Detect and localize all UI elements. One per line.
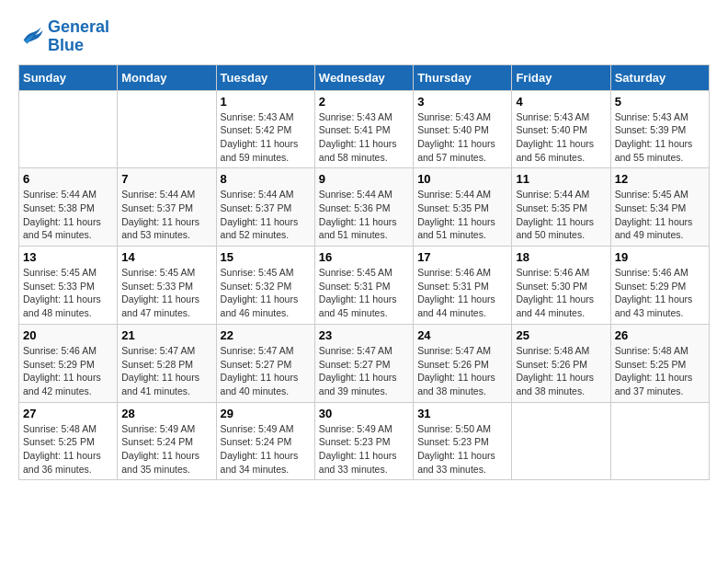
day-number: 29 bbox=[221, 407, 311, 420]
day-info: Sunrise: 5:48 AMSunset: 5:26 PMDaylight:… bbox=[516, 344, 606, 398]
day-number: 1 bbox=[221, 95, 311, 109]
day-info: Sunrise: 5:47 AMSunset: 5:27 PMDaylight:… bbox=[221, 344, 311, 398]
day-number: 6 bbox=[23, 172, 113, 186]
day-info: Sunrise: 5:47 AMSunset: 5:28 PMDaylight:… bbox=[121, 344, 211, 398]
page-header: General Blue bbox=[18, 18, 710, 55]
calendar-cell: 22Sunrise: 5:47 AMSunset: 5:27 PMDayligh… bbox=[216, 324, 314, 402]
day-number: 2 bbox=[319, 95, 409, 109]
calendar-table: SundayMondayTuesdayWednesdayThursdayFrid… bbox=[18, 64, 710, 481]
day-info: Sunrise: 5:43 AMSunset: 5:39 PMDaylight:… bbox=[615, 110, 705, 165]
day-number: 24 bbox=[417, 328, 507, 342]
day-info: Sunrise: 5:44 AMSunset: 5:37 PMDaylight:… bbox=[221, 188, 311, 242]
calendar-cell: 29Sunrise: 5:49 AMSunset: 5:24 PMDayligh… bbox=[216, 402, 314, 480]
day-info: Sunrise: 5:46 AMSunset: 5:29 PMDaylight:… bbox=[23, 344, 113, 398]
calendar-cell bbox=[19, 90, 118, 168]
day-number: 16 bbox=[319, 250, 409, 264]
calendar-cell: 14Sunrise: 5:45 AMSunset: 5:33 PMDayligh… bbox=[118, 247, 216, 325]
calendar-cell: 4Sunrise: 5:43 AMSunset: 5:40 PMDaylight… bbox=[512, 90, 610, 168]
calendar-cell bbox=[610, 402, 709, 480]
day-number: 26 bbox=[615, 328, 705, 342]
calendar-cell: 20Sunrise: 5:46 AMSunset: 5:29 PMDayligh… bbox=[19, 324, 118, 402]
day-info: Sunrise: 5:48 AMSunset: 5:25 PMDaylight:… bbox=[23, 422, 113, 477]
calendar-cell: 26Sunrise: 5:48 AMSunset: 5:25 PMDayligh… bbox=[610, 324, 709, 402]
day-info: Sunrise: 5:43 AMSunset: 5:41 PMDaylight:… bbox=[319, 110, 409, 165]
day-info: Sunrise: 5:44 AMSunset: 5:38 PMDaylight:… bbox=[23, 188, 113, 242]
day-number: 18 bbox=[516, 250, 606, 264]
day-number: 23 bbox=[319, 328, 409, 342]
day-number: 4 bbox=[516, 95, 606, 109]
day-info: Sunrise: 5:50 AMSunset: 5:23 PMDaylight:… bbox=[417, 422, 507, 477]
calendar-cell: 31Sunrise: 5:50 AMSunset: 5:23 PMDayligh… bbox=[414, 402, 512, 480]
day-info: Sunrise: 5:47 AMSunset: 5:27 PMDaylight:… bbox=[319, 344, 409, 398]
calendar-cell bbox=[512, 402, 610, 480]
calendar-cell: 28Sunrise: 5:49 AMSunset: 5:24 PMDayligh… bbox=[118, 402, 216, 480]
calendar-cell: 10Sunrise: 5:44 AMSunset: 5:35 PMDayligh… bbox=[414, 168, 512, 247]
calendar-header-row: SundayMondayTuesdayWednesdayThursdayFrid… bbox=[19, 64, 710, 90]
calendar-cell: 23Sunrise: 5:47 AMSunset: 5:27 PMDayligh… bbox=[314, 324, 413, 402]
calendar-cell: 24Sunrise: 5:47 AMSunset: 5:26 PMDayligh… bbox=[414, 324, 512, 402]
day-number: 5 bbox=[615, 95, 705, 109]
day-number: 20 bbox=[23, 328, 113, 342]
day-number: 11 bbox=[516, 172, 606, 186]
logo: General Blue bbox=[18, 18, 109, 55]
calendar-cell: 27Sunrise: 5:48 AMSunset: 5:25 PMDayligh… bbox=[19, 402, 118, 480]
day-of-week-header: Wednesday bbox=[314, 64, 413, 90]
calendar-cell: 25Sunrise: 5:48 AMSunset: 5:26 PMDayligh… bbox=[512, 324, 610, 402]
day-of-week-header: Saturday bbox=[610, 64, 709, 90]
day-number: 28 bbox=[121, 407, 211, 420]
calendar-cell: 19Sunrise: 5:46 AMSunset: 5:29 PMDayligh… bbox=[610, 247, 709, 325]
calendar-week-row: 27Sunrise: 5:48 AMSunset: 5:25 PMDayligh… bbox=[19, 402, 710, 480]
calendar-cell: 7Sunrise: 5:44 AMSunset: 5:37 PMDaylight… bbox=[118, 168, 216, 247]
day-number: 10 bbox=[417, 172, 507, 186]
calendar-cell: 18Sunrise: 5:46 AMSunset: 5:30 PMDayligh… bbox=[512, 247, 610, 325]
day-info: Sunrise: 5:45 AMSunset: 5:34 PMDaylight:… bbox=[615, 188, 705, 242]
day-info: Sunrise: 5:44 AMSunset: 5:35 PMDaylight:… bbox=[516, 188, 606, 242]
calendar-cell: 21Sunrise: 5:47 AMSunset: 5:28 PMDayligh… bbox=[118, 324, 216, 402]
calendar-cell: 30Sunrise: 5:49 AMSunset: 5:23 PMDayligh… bbox=[314, 402, 413, 480]
day-info: Sunrise: 5:43 AMSunset: 5:42 PMDaylight:… bbox=[221, 110, 311, 165]
day-info: Sunrise: 5:48 AMSunset: 5:25 PMDaylight:… bbox=[615, 344, 705, 398]
calendar-cell: 13Sunrise: 5:45 AMSunset: 5:33 PMDayligh… bbox=[19, 247, 118, 325]
day-info: Sunrise: 5:46 AMSunset: 5:30 PMDaylight:… bbox=[516, 266, 606, 320]
day-info: Sunrise: 5:45 AMSunset: 5:33 PMDaylight:… bbox=[121, 266, 211, 320]
day-number: 30 bbox=[319, 407, 409, 420]
day-of-week-header: Sunday bbox=[19, 64, 118, 90]
calendar-week-row: 20Sunrise: 5:46 AMSunset: 5:29 PMDayligh… bbox=[19, 324, 710, 402]
calendar-week-row: 1Sunrise: 5:43 AMSunset: 5:42 PMDaylight… bbox=[19, 90, 710, 168]
day-info: Sunrise: 5:49 AMSunset: 5:24 PMDaylight:… bbox=[221, 422, 311, 477]
day-info: Sunrise: 5:44 AMSunset: 5:36 PMDaylight:… bbox=[319, 188, 409, 242]
day-number: 9 bbox=[319, 172, 409, 186]
day-info: Sunrise: 5:45 AMSunset: 5:31 PMDaylight:… bbox=[319, 266, 409, 320]
day-number: 25 bbox=[516, 328, 606, 342]
calendar-cell: 11Sunrise: 5:44 AMSunset: 5:35 PMDayligh… bbox=[512, 168, 610, 247]
calendar-cell: 3Sunrise: 5:43 AMSunset: 5:40 PMDaylight… bbox=[414, 90, 512, 168]
calendar-cell: 6Sunrise: 5:44 AMSunset: 5:38 PMDaylight… bbox=[19, 168, 118, 247]
calendar-cell: 12Sunrise: 5:45 AMSunset: 5:34 PMDayligh… bbox=[610, 168, 709, 247]
day-number: 7 bbox=[121, 172, 211, 186]
day-number: 17 bbox=[417, 250, 507, 264]
calendar-cell bbox=[118, 90, 216, 168]
day-number: 8 bbox=[221, 172, 311, 186]
day-number: 22 bbox=[221, 328, 311, 342]
day-number: 15 bbox=[221, 250, 311, 264]
day-info: Sunrise: 5:49 AMSunset: 5:23 PMDaylight:… bbox=[319, 422, 409, 477]
calendar-cell: 5Sunrise: 5:43 AMSunset: 5:39 PMDaylight… bbox=[610, 90, 709, 168]
day-info: Sunrise: 5:44 AMSunset: 5:37 PMDaylight:… bbox=[121, 188, 211, 242]
day-info: Sunrise: 5:44 AMSunset: 5:35 PMDaylight:… bbox=[417, 188, 507, 242]
calendar-cell: 1Sunrise: 5:43 AMSunset: 5:42 PMDaylight… bbox=[216, 90, 314, 168]
logo-bird-icon bbox=[18, 22, 44, 48]
day-info: Sunrise: 5:49 AMSunset: 5:24 PMDaylight:… bbox=[121, 422, 211, 477]
calendar-cell: 17Sunrise: 5:46 AMSunset: 5:31 PMDayligh… bbox=[414, 247, 512, 325]
calendar-week-row: 13Sunrise: 5:45 AMSunset: 5:33 PMDayligh… bbox=[19, 247, 710, 325]
day-number: 3 bbox=[417, 95, 507, 109]
day-of-week-header: Monday bbox=[118, 64, 216, 90]
day-number: 19 bbox=[615, 250, 705, 264]
day-number: 31 bbox=[417, 407, 507, 420]
day-info: Sunrise: 5:43 AMSunset: 5:40 PMDaylight:… bbox=[516, 110, 606, 165]
day-number: 27 bbox=[23, 407, 113, 420]
day-info: Sunrise: 5:45 AMSunset: 5:33 PMDaylight:… bbox=[23, 266, 113, 320]
calendar-cell: 8Sunrise: 5:44 AMSunset: 5:37 PMDaylight… bbox=[216, 168, 314, 247]
day-number: 14 bbox=[121, 250, 211, 264]
day-of-week-header: Friday bbox=[512, 64, 610, 90]
calendar-week-row: 6Sunrise: 5:44 AMSunset: 5:38 PMDaylight… bbox=[19, 168, 710, 247]
